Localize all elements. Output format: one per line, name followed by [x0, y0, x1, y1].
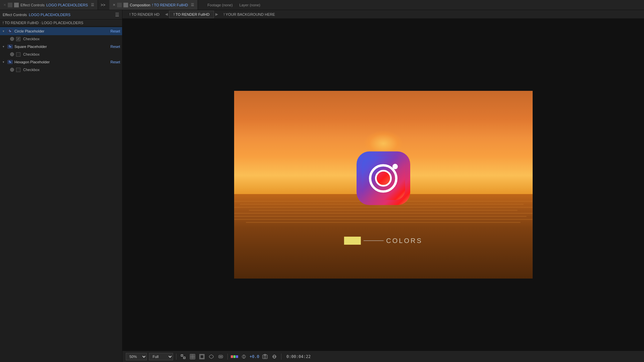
water-line-6 [234, 216, 527, 217]
color-g [233, 355, 236, 358]
circle-checkbox-row: ✓ Checkbox [0, 35, 122, 43]
stop-icon-square [10, 52, 14, 56]
hexagon-placeholder-label: Hexagon Placeholder [14, 60, 110, 64]
hexagon-reset-button[interactable]: Reset [110, 60, 120, 64]
info-bar: Footage (none) Layer (none) [203, 3, 264, 7]
svg-rect-1 [183, 357, 185, 359]
svg-point-16 [264, 356, 266, 358]
snapshot-button[interactable] [261, 353, 269, 360]
comp-menu-icon: ☰ [191, 3, 194, 7]
breadcrumb-text: ! TO RENDER FullHD · LOGO PLACEHOLDERS [3, 21, 83, 25]
zoom-select[interactable]: 50% 25% 100% [126, 353, 147, 360]
water-line-8 [246, 222, 521, 223]
tab-lock-icon [14, 3, 19, 7]
render-tab-bar: ! TO RENDER HD ◀ ! TO RENDER FullHD ▶ ! … [122, 10, 644, 19]
render-tab-bg-label: ! YOUR BACKGROUND HERE [224, 12, 275, 16]
grid-button[interactable] [189, 353, 196, 360]
colors-text: COLORS [386, 237, 422, 245]
water-line-7 [234, 219, 533, 220]
comp-tab-icon1 [117, 3, 122, 7]
svg-rect-0 [181, 355, 183, 356]
top-bar: ✕ Effect Controls LOGO PLACEHOLDERS ☰ >>… [0, 0, 644, 10]
insta-lens-inner [375, 170, 392, 187]
3d-view-button[interactable] [208, 353, 215, 360]
fx-badge-square: fx [7, 45, 13, 49]
square-reset-button[interactable]: Reset [110, 45, 120, 49]
toolbar-divider-3 [281, 354, 281, 360]
svg-rect-8 [200, 355, 204, 358]
square-placeholder-label: Square Placeholder [14, 45, 110, 49]
effect-list: ▾ fx Circle Placeholder Reset ✓ Checkbox… [0, 26, 122, 362]
hexagon-checkbox[interactable] [16, 68, 20, 72]
svg-marker-9 [209, 355, 213, 359]
canvas-area: COLORS [122, 19, 644, 351]
render-tab-background[interactable]: ! YOUR BACKGROUND HERE [219, 11, 279, 18]
tab-composition[interactable]: ✕ Composition ! TO RENDER FullHD ☰ [109, 0, 198, 10]
toolbar-divider-2 [227, 354, 228, 360]
show-channel-button[interactable] [271, 353, 278, 360]
text-separator [363, 240, 383, 241]
circle-placeholder-label: Circle Placeholder [14, 29, 110, 33]
stop-icon-hexagon [10, 68, 14, 72]
color-swatch [344, 237, 361, 245]
color-picker-button[interactable] [231, 353, 238, 360]
composition-label: Composition [130, 3, 150, 7]
square-checkbox-label: Checkbox [23, 52, 40, 56]
insta-inner [362, 157, 405, 200]
panel-title: Effect Controls [3, 13, 27, 17]
safe-zones-button[interactable] [198, 353, 206, 360]
square-checkbox-row: Checkbox [0, 51, 122, 58]
water-line-5 [234, 213, 533, 214]
right-panel: ! TO RENDER HD ◀ ! TO RENDER FullHD ▶ ! … [122, 10, 644, 362]
circle-checkbox[interactable]: ✓ [16, 37, 20, 41]
overflow-button[interactable]: >> [98, 3, 108, 7]
circle-reset-button[interactable]: Reset [110, 29, 120, 33]
svg-point-11 [220, 356, 221, 357]
render-tab-fullhd[interactable]: ! TO RENDER FullHD [169, 11, 214, 18]
fx-badge-hexagon: fx [7, 60, 13, 64]
exposure-value: +0.0 [250, 354, 259, 359]
effect-item-square[interactable]: ▾ fx Square Placeholder Reset [0, 43, 122, 51]
region-of-interest-button[interactable] [179, 353, 187, 360]
exposure-reset-button[interactable] [240, 353, 248, 360]
toolbar-divider-1 [176, 354, 176, 360]
bottom-text-area: COLORS [344, 237, 422, 245]
left-panel: Effect Controls LOGO PLACEHOLDERS ☰ ! TO… [0, 10, 122, 362]
color-r [231, 355, 233, 358]
panel-title-accent: LOGO PLACEHOLDERS [29, 13, 70, 17]
effect-controls-label: Effect Controls [20, 3, 45, 7]
composition-view: COLORS [234, 91, 533, 279]
hexagon-checkbox-row: Checkbox [0, 66, 122, 73]
comp-tab-close[interactable]: ✕ [113, 3, 115, 7]
layer-info: Layer (none) [239, 3, 260, 7]
tab-group: ✕ Effect Controls LOGO PLACEHOLDERS ☰ >>… [0, 0, 264, 10]
insta-background [357, 152, 410, 205]
svg-rect-2 [190, 354, 195, 359]
quality-select[interactable]: Full Half Quarter [149, 353, 173, 360]
color-b [236, 355, 238, 358]
fx-tab-icon: ✕ [3, 3, 6, 7]
tab-file-icon [8, 3, 12, 7]
instagram-logo [357, 152, 410, 205]
effect-item-circle[interactable]: ▾ fx Circle Placeholder Reset [0, 27, 122, 35]
panel-header: Effect Controls LOGO PLACEHOLDERS ☰ [0, 10, 122, 19]
water-line-4 [249, 210, 518, 211]
toggle-mask-button[interactable] [217, 353, 224, 360]
chevron-icon-hexagon: ▾ [3, 60, 6, 64]
render-tab-fullhd-label: ! TO RENDER FullHD [173, 12, 209, 16]
composition-accent: ! TO RENDER FullHD [152, 3, 188, 7]
render-tab-hd[interactable]: ! TO RENDER HD [125, 11, 164, 18]
circle-check-mark: ✓ [17, 37, 20, 41]
menu-icon: ☰ [91, 3, 94, 7]
tab-effect-controls[interactable]: ✕ Effect Controls LOGO PLACEHOLDERS ☰ [0, 0, 98, 10]
chevron-icon-square: ▾ [3, 45, 6, 48]
panel-breadcrumb: ! TO RENDER FullHD · LOGO PLACEHOLDERS [0, 19, 122, 26]
effect-controls-accent: LOGO PLACEHOLDERS [46, 3, 88, 7]
effect-item-hexagon[interactable]: ▾ fx Hexagon Placeholder Reset [0, 58, 122, 66]
timecode-display: 0:00:04:22 [286, 354, 311, 359]
insta-dot [392, 164, 398, 169]
fx-badge-circle: fx [7, 29, 13, 33]
bottom-toolbar: 50% 25% 100% Full Half Quarter [122, 351, 644, 362]
panel-menu-button[interactable]: ☰ [115, 12, 119, 17]
square-checkbox[interactable] [16, 52, 20, 57]
